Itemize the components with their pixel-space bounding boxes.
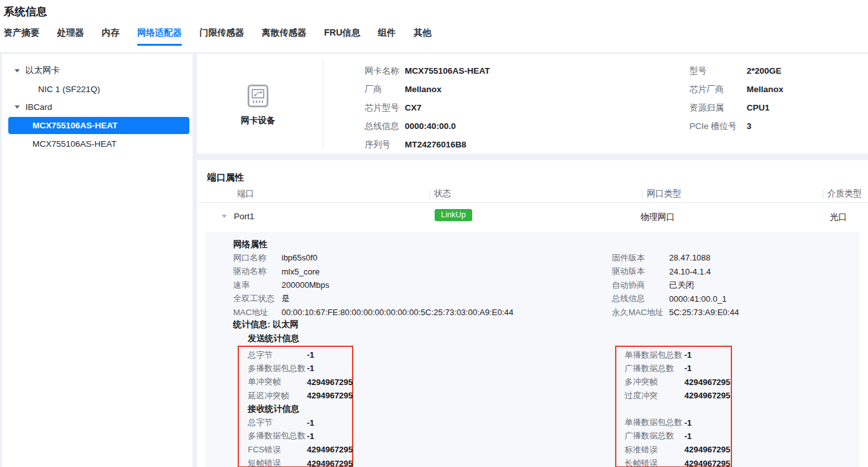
net-attr-left: 网口名称ibp65s0f0 驱动名称mlx5_core 速率200000Mbps… <box>233 251 513 320</box>
detail-row: 永久MAC地址5C:25:73:A9:E0:44 <box>612 306 739 320</box>
tab-network-adapter[interactable]: 网络适配器 <box>137 23 182 46</box>
tree-group-label: IBCard <box>25 102 52 112</box>
stat-row: 总字节-1 <box>239 348 352 362</box>
tree-item-label: MCX755106AS-HEAT <box>8 121 118 130</box>
detail-row: 驱动版本24.10-4.1.4 <box>612 265 739 279</box>
stat-row: 短帧错误4294967295 <box>239 456 352 467</box>
stat-row: 总字节-1 <box>239 416 352 429</box>
field-row: 厂商Mellanox <box>365 80 490 98</box>
tab-asset-summary[interactable]: 资产摘要 <box>4 23 39 46</box>
column-separator <box>823 190 824 199</box>
port-name: Port1 <box>234 212 254 221</box>
field-row: 序列号MT24276016B8 <box>365 135 490 154</box>
network-attr-title: 网络属性 <box>233 239 268 250</box>
field-row: 芯片厂商Mellanox <box>689 80 783 98</box>
field-row: 总线信息0000:40:00.0 <box>365 117 490 135</box>
col-header-port-type: 网口类型 <box>647 188 681 200</box>
tree-item-mcx755106as-heat-2[interactable]: MCX755106AS-HEAT <box>2 137 193 150</box>
field-row: 网卡名称MCX755106AS-HEAT <box>365 62 490 80</box>
col-header-port: 端口 <box>237 188 254 200</box>
stats-title: 统计信息: 以太网 <box>233 319 299 330</box>
net-attr-right: 固件版本28.47.1088 驱动版本24.10-4.1.4 自动协商已关闭 总… <box>612 251 739 320</box>
field-row: 芯片型号CX7 <box>365 98 490 117</box>
port-attributes-panel: 端口属性 端口 状态 网口类型 介质类型 Port1 LinkUp 物理网口 光… <box>197 160 868 467</box>
tab-other[interactable]: 其他 <box>414 23 431 46</box>
status-badge-linkup: LinkUp <box>435 209 472 221</box>
detail-row: 总线信息0000:41:00.0_1 <box>612 292 739 306</box>
stat-row: 长帧错误4294967295 <box>616 456 731 467</box>
row-expand-caret-icon[interactable] <box>222 215 227 218</box>
stat-row: 多播数据包总数-1 <box>239 430 352 443</box>
nic-device-block: 网卡设备 <box>235 85 281 126</box>
tree-item-label: MCX755106AS-HEAT <box>32 139 117 149</box>
nic-device-label: 网卡设备 <box>235 115 281 126</box>
stat-row: 延迟冲突帧4294967295 <box>239 389 352 402</box>
tree-item-label: NIC 1 (SF221Q) <box>38 85 100 94</box>
detail-row: 驱动名称mlx5_core <box>233 265 513 279</box>
col-header-status: 状态 <box>434 188 451 200</box>
port-table-header: 端口 状态 网口类型 介质类型 <box>197 188 868 202</box>
topbar: 系统信息 资产摘要 处理器 内存 网络适配器 门限传感器 离散传感器 FRU信息… <box>0 0 868 52</box>
field-row: 型号2*200GE <box>689 62 783 80</box>
stat-row: 广播数据总数-1 <box>616 430 731 443</box>
tab-bar: 资产摘要 处理器 内存 网络适配器 门限传感器 离散传感器 FRU信息 组件 其… <box>4 23 431 46</box>
field-row: 资源归属CPU1 <box>689 98 783 117</box>
tree-group-ethernet[interactable]: 以太网卡 <box>2 64 193 77</box>
nic-info-panel: 网卡设备 网卡名称MCX755106AS-HEAT 厂商Mellanox 芯片型… <box>197 54 868 154</box>
tree-item-nic1[interactable]: NIC 1 (SF221Q) <box>2 83 193 95</box>
column-separator <box>642 190 642 199</box>
stat-row: 广播数据总数-1 <box>616 362 731 375</box>
tab-fru-info[interactable]: FRU信息 <box>324 23 360 46</box>
detail-row: 固件版本28.47.1088 <box>612 251 739 265</box>
device-tree-panel: 以太网卡 NIC 1 (SF221Q) IBCard MCX755106AS-H… <box>2 54 193 467</box>
network-card-icon <box>247 85 269 107</box>
caret-down-icon <box>15 69 20 72</box>
tab-discrete-sensors[interactable]: 离散传感器 <box>262 23 306 46</box>
vertical-divider <box>323 60 323 147</box>
tab-components[interactable]: 组件 <box>378 23 396 46</box>
column-separator <box>430 190 430 199</box>
tree-item-mcx755106as-heat-selected[interactable]: MCX755106AS-HEAT <box>8 117 189 134</box>
field-row: PCIe 槽位号3 <box>689 117 783 135</box>
stat-row: 多冲突帧4294967295 <box>616 376 731 389</box>
stat-row-spacer <box>616 402 731 416</box>
tx-stats-title: 发送统计信息 <box>248 333 299 344</box>
tree-group-ibcard[interactable]: IBCard <box>2 100 193 113</box>
port-row-port1[interactable]: Port1 LinkUp 物理网口 光口 <box>197 203 868 232</box>
stat-row: 单播数据包总数-1 <box>616 348 731 362</box>
col-header-media-type: 介质类型 <box>827 188 862 200</box>
detail-row: 速率200000Mbps <box>233 278 513 292</box>
detail-row: 全双工状态是 <box>233 292 513 306</box>
tree-group-label: 以太网卡 <box>25 65 60 76</box>
tab-memory[interactable]: 内存 <box>102 23 119 46</box>
page-title: 系统信息 <box>4 4 47 19</box>
rx-stats-title: 接收统计信息 <box>239 402 352 416</box>
tab-processor[interactable]: 处理器 <box>57 23 84 46</box>
system-info-page: 系统信息 资产摘要 处理器 内存 网络适配器 门限传感器 离散传感器 FRU信息… <box>0 0 868 467</box>
stat-row: 标准错误4294967295 <box>616 443 731 456</box>
media-type-value: 光口 <box>830 212 847 223</box>
nic-fields-left: 网卡名称MCX755106AS-HEAT 厂商Mellanox 芯片型号CX7 … <box>365 62 490 154</box>
stats-highlight-box-right: 单播数据包总数-1 广播数据总数-1 多冲突帧4294967295 过度冲突42… <box>615 346 732 467</box>
detail-row: MAC地址00:00:10:67:FE:80:00:00:00:00:00:00… <box>233 306 513 320</box>
stat-row: 多播数据包总数-1 <box>239 362 352 375</box>
nic-fields-right: 型号2*200GE 芯片厂商Mellanox 资源归属CPU1 PCIe 槽位号… <box>689 62 783 135</box>
stat-row: 单冲突帧4294967295 <box>239 376 352 389</box>
stats-highlight-box-left: 总字节-1 多播数据包总数-1 单冲突帧4294967295 延迟冲突帧4294… <box>238 346 353 467</box>
stat-row: 单播数据包总数-1 <box>616 416 731 429</box>
port-type-value: 物理网口 <box>641 212 675 223</box>
port-detail-expanded: 网络属性 网口名称ibp65s0f0 驱动名称mlx5_core 速率20000… <box>205 232 860 467</box>
tab-threshold-sensors[interactable]: 门限传感器 <box>200 23 244 46</box>
stat-row: 过度冲突4294967295 <box>616 389 731 402</box>
detail-row: 自动协商已关闭 <box>612 278 739 292</box>
port-section-title: 端口属性 <box>207 172 244 184</box>
stat-row: FCS错误4294967295 <box>239 443 352 456</box>
detail-row: 网口名称ibp65s0f0 <box>233 251 513 265</box>
caret-down-icon <box>15 105 20 109</box>
